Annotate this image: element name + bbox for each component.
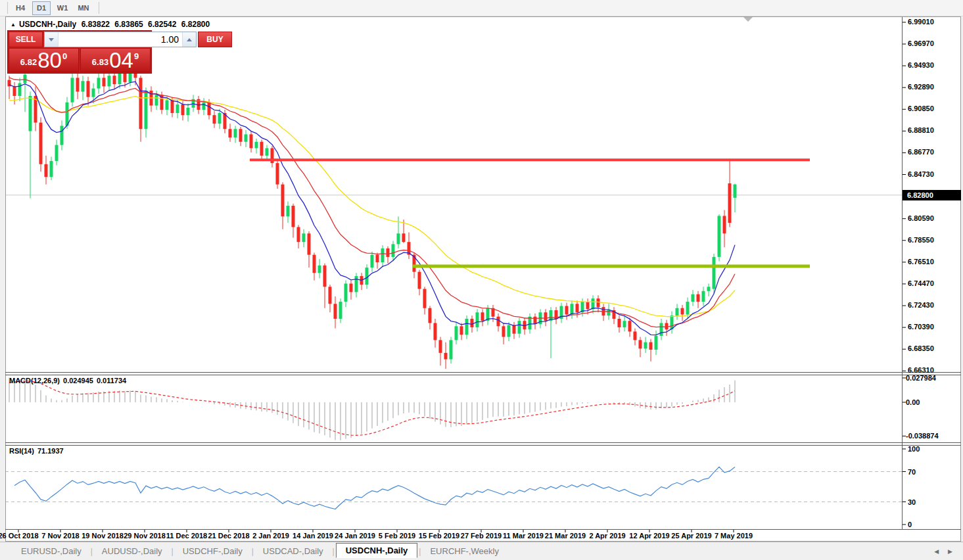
macd-value-main: 0.024945 bbox=[63, 377, 93, 385]
volume-increase-button[interactable] bbox=[183, 32, 196, 47]
chart-tab-eurchf-weekly[interactable]: EURCHF-,Weekly bbox=[422, 544, 507, 559]
chart-tab-audusd-daily[interactable]: AUDUSD-,Daily bbox=[94, 544, 170, 559]
sell-price-small: 6.82 bbox=[20, 57, 37, 67]
sell-button[interactable]: SELL bbox=[9, 32, 43, 47]
tab-scroll-right-button[interactable]: ▶ bbox=[948, 548, 952, 555]
chart-tab-bar: EURUSD-,Daily|AUDUSD-,Daily|USDCHF-,Dail… bbox=[0, 542, 963, 560]
buy-price-big: 04 bbox=[109, 49, 133, 71]
ohlc-low: 6.82542 bbox=[148, 20, 176, 29]
sell-price-button[interactable]: 6.82 80 0 bbox=[9, 48, 79, 72]
chart-tab-usdcnh-daily[interactable]: USDCNH-,Daily bbox=[336, 543, 418, 558]
chart-tabs: EURUSD-,Daily|AUDUSD-,Daily|USDCHF-,Dail… bbox=[13, 544, 507, 559]
buy-button[interactable]: BUY bbox=[198, 32, 232, 47]
chart-tab-usdcad-daily[interactable]: USDCAD-,Daily bbox=[255, 544, 331, 559]
current-price-badge: 6.82800 bbox=[903, 190, 961, 200]
volume-input[interactable] bbox=[58, 32, 183, 47]
chart-title: ▲USDCNH-,Daily 6.83822 6.83865 6.82542 6… bbox=[11, 20, 212, 29]
rsi-label: RSI(14)71.1937 bbox=[9, 447, 67, 455]
sell-price-big: 80 bbox=[37, 49, 62, 71]
ohlc-high: 6.83865 bbox=[114, 20, 143, 29]
ohlc-close: 6.82800 bbox=[181, 20, 210, 29]
chart-tab-usdchf-daily[interactable]: USDCHF-,Daily bbox=[175, 544, 250, 559]
buy-price-sup: 9 bbox=[134, 51, 139, 61]
tab-divider: | bbox=[252, 547, 254, 556]
tab-divider: | bbox=[419, 547, 421, 556]
chart-symbol: USDCNH-,Daily bbox=[19, 20, 76, 29]
chart-tab-eurusd-daily[interactable]: EURUSD-,Daily bbox=[13, 544, 89, 559]
volume-control bbox=[44, 32, 197, 47]
scroll-to-end-marker-icon[interactable] bbox=[743, 17, 753, 22]
volume-decrease-button[interactable] bbox=[45, 32, 58, 47]
collapse-triangle-icon[interactable]: ▲ bbox=[11, 22, 16, 28]
one-click-trade-widget: SELL BUY 6.82 80 0 6.83 04 9 bbox=[7, 30, 152, 74]
sell-price-sup: 0 bbox=[62, 51, 67, 61]
buy-price-button[interactable]: 6.83 04 9 bbox=[80, 48, 151, 72]
chart-canvas[interactable] bbox=[0, 0, 963, 560]
trading-app-window: H4D1W1MN 6.990106.969706.949306.928906.9… bbox=[0, 0, 963, 560]
ohlc-open: 6.83822 bbox=[82, 20, 110, 29]
tab-divider: | bbox=[172, 547, 174, 556]
spinner-down-icon bbox=[49, 38, 54, 41]
tab-divider: | bbox=[91, 547, 93, 556]
tab-divider: | bbox=[333, 547, 335, 556]
rsi-value: 71.1937 bbox=[37, 447, 64, 455]
macd-value-signal: 0.011734 bbox=[97, 377, 126, 385]
tab-scroll-left-button[interactable]: ◀ bbox=[934, 548, 939, 555]
macd-label: MACD(12,26,9)0.0249450.011734 bbox=[9, 377, 129, 385]
buy-price-small: 6.83 bbox=[92, 57, 108, 67]
tab-scroll-arrows: ◀ ▶ bbox=[934, 548, 952, 555]
spinner-up-icon bbox=[187, 38, 192, 41]
